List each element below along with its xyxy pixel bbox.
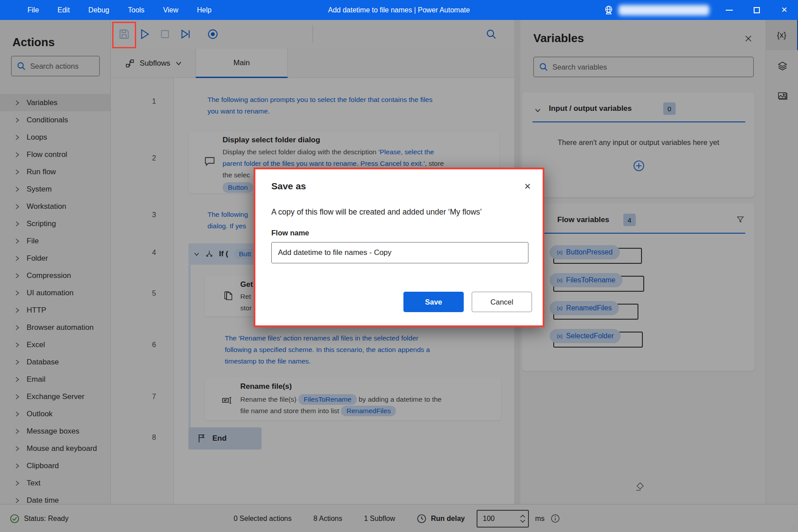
sidebar-item-workstation[interactable]: Workstation [0, 198, 111, 215]
cancel-button[interactable]: Cancel [472, 292, 532, 312]
sidebar-item-excel[interactable]: Excel [0, 336, 111, 353]
chevron-right-icon [15, 169, 20, 175]
check-circle-icon [10, 514, 20, 524]
sidebar-item-compression[interactable]: Compression [0, 267, 111, 284]
save-icon[interactable] [116, 26, 132, 42]
menu-file[interactable]: File [27, 6, 39, 14]
line-number: 3 [143, 211, 156, 219]
rail-ui-elements-tab[interactable] [766, 51, 798, 81]
chevron-right-icon [15, 359, 20, 365]
flow-variable-filestorename[interactable]: {x}FilesToRename [550, 273, 622, 287]
stop-icon[interactable] [157, 26, 173, 42]
chevron-right-icon [15, 152, 20, 158]
close-button[interactable]: ✕ [771, 0, 798, 20]
run-icon[interactable] [137, 26, 153, 42]
actions-panel: Actions Variables Conditionals Loops Flo… [0, 20, 111, 504]
sidebar-item-ui-automation[interactable]: UI automation [0, 284, 111, 301]
sidebar-item-clipboard[interactable]: Clipboard [0, 457, 111, 474]
maximize-button[interactable] [743, 0, 771, 20]
subflows-dropdown[interactable]: Subflows [125, 49, 182, 78]
filter-icon[interactable] [736, 215, 745, 224]
subflow-icon [125, 59, 134, 68]
eraser-icon[interactable] [634, 482, 645, 493]
sidebar-item-outlook[interactable]: Outlook [0, 405, 111, 422]
dialog-title: Save as [271, 181, 306, 192]
stepper-arrows[interactable] [520, 515, 525, 523]
add-variable-icon[interactable] [633, 160, 645, 172]
sidebar-item-mouse-and-keyboard[interactable]: Mouse and keyboard [0, 440, 111, 457]
variable-pill[interactable]: Butt [234, 249, 257, 259]
sidebar-item-message-boxes[interactable]: Message boxes [0, 422, 111, 440]
close-variables-icon[interactable] [744, 35, 752, 43]
variables-search[interactable] [533, 57, 754, 77]
comment-row-1[interactable]: The following action prompts you to sele… [207, 94, 432, 117]
actions-search[interactable] [11, 56, 100, 76]
status-indicator: Status: Ready [10, 505, 69, 532]
flow-variable-row: {x}SelectedFolder [550, 329, 745, 345]
sidebar-item-variables[interactable]: Variables [0, 94, 111, 111]
sidebar-item-email[interactable]: Email [0, 371, 111, 388]
search-flow-icon[interactable] [483, 26, 499, 42]
menu-tools[interactable]: Tools [128, 6, 145, 14]
sidebar-item-folder[interactable]: Folder [0, 250, 111, 267]
sidebar-item-file[interactable]: File [0, 232, 111, 250]
rail-images-tab[interactable] [766, 81, 798, 111]
sidebar-item-http[interactable]: HTTP [0, 301, 111, 319]
actions-count: 8 Actions [313, 505, 342, 532]
flow-variable-renamedfiles[interactable]: {x}RenamedFiles [550, 301, 619, 315]
info-icon[interactable] [551, 505, 560, 532]
menu-help[interactable]: Help [197, 6, 211, 14]
save-button[interactable]: Save [403, 292, 464, 312]
comment-row-6[interactable]: The 'Rename files' action renames all fi… [225, 332, 430, 367]
image-icon [777, 90, 788, 101]
menu-edit[interactable]: Edit [58, 6, 70, 14]
title-bar: File Edit Debug Tools View Help Add date… [0, 0, 798, 20]
record-icon[interactable] [205, 26, 221, 42]
variables-search-input[interactable] [552, 63, 748, 71]
flow-name-input[interactable] [271, 242, 528, 263]
sidebar-item-date-time[interactable]: Date time [0, 492, 111, 504]
flow-variable-buttonpressed[interactable]: {x}ButtonPressed [550, 245, 620, 259]
sidebar-item-browser-automation[interactable]: Browser automation [0, 319, 111, 336]
flow-variables-count-badge: 4 [623, 214, 636, 226]
dialog-close-icon[interactable]: ✕ [521, 180, 534, 192]
comment-row-3[interactable]: The following dialog. If yes [207, 209, 248, 232]
line-number: 5 [143, 289, 156, 297]
flow-variable-row: {x}FilesToRename [550, 273, 745, 289]
run-delay-input[interactable] [477, 510, 529, 528]
menu-debug[interactable]: Debug [88, 6, 109, 14]
fx-icon: {x} [557, 333, 563, 339]
sidebar-item-system[interactable]: System [0, 180, 111, 198]
rail-variables-tab[interactable]: {x} [766, 20, 798, 50]
sidebar-item-conditionals[interactable]: Conditionals [0, 111, 111, 129]
action-end[interactable]: End [188, 427, 262, 450]
sidebar-item-run-flow[interactable]: Run flow [0, 163, 111, 180]
actions-search-input[interactable] [30, 62, 94, 70]
menu-view[interactable]: View [163, 6, 178, 14]
environment-indicator[interactable] [603, 0, 709, 20]
fx-icon: {x} [557, 278, 563, 283]
search-icon [17, 62, 26, 70]
flow-variable-selectedfolder[interactable]: {x}SelectedFolder [550, 329, 621, 343]
action-rename-files[interactable]: Rename file(s) Rename the file(s) FilesT… [205, 378, 501, 420]
run-delay-value[interactable] [477, 515, 509, 523]
variable-pill[interactable]: RenamedFiles [341, 406, 396, 416]
copy-files-icon [223, 291, 234, 301]
minimize-button[interactable] [716, 0, 743, 20]
sidebar-item-loops[interactable]: Loops [0, 129, 111, 146]
resize-grip-icon[interactable] [789, 523, 796, 530]
sidebar-item-exchange-server[interactable]: Exchange Server [0, 388, 111, 405]
variable-pill[interactable]: Button [223, 182, 253, 193]
run-next-action-icon[interactable] [177, 26, 193, 42]
sidebar-item-text[interactable]: Text [0, 474, 111, 492]
chevron-down-icon [176, 61, 182, 66]
chevron-down-icon[interactable] [535, 108, 541, 113]
message-bubble-icon [204, 155, 215, 167]
variable-pill[interactable]: FilesToRename [298, 394, 357, 405]
section-underline [532, 121, 745, 122]
tab-main[interactable]: Main [196, 49, 288, 78]
sidebar-item-flow-control[interactable]: Flow control [0, 146, 111, 163]
io-empty-message: There aren't any input or output variabl… [522, 138, 755, 147]
sidebar-item-database[interactable]: Database [0, 353, 111, 371]
sidebar-item-scripting[interactable]: Scripting [0, 215, 111, 232]
